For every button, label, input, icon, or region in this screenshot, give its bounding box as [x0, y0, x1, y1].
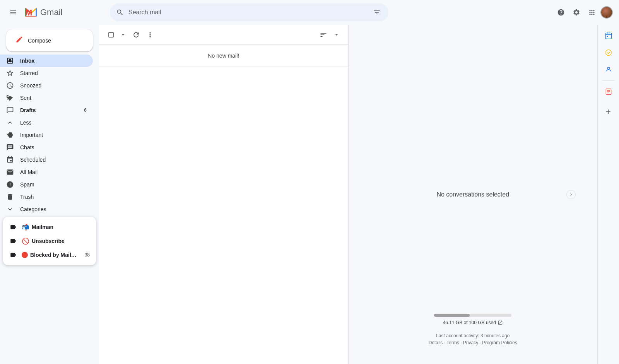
trash-label: Trash: [20, 194, 87, 200]
sort-dropdown-button[interactable]: [331, 29, 342, 40]
send-icon: [6, 94, 14, 102]
spam-label: Spam: [20, 181, 87, 188]
app-sidebar-separator: [602, 80, 615, 81]
storage-section: 46.11 GB of 100 GB used: [434, 314, 511, 325]
inbox-label: Inbox: [20, 58, 87, 64]
search-bar: [110, 3, 388, 21]
chat-icon: [6, 144, 14, 151]
sidebar: Compose Inbox Starred: [0, 25, 99, 364]
chevron-up-icon: [6, 119, 14, 126]
chats-label: Chats: [20, 144, 87, 150]
apps-button[interactable]: [585, 5, 599, 19]
more-options-button[interactable]: [144, 29, 156, 41]
sent-label: Sent: [20, 95, 87, 101]
select-checkbox-button[interactable]: [105, 29, 117, 41]
sidebar-item-spam[interactable]: Spam: [0, 178, 93, 191]
label-tag-icon-mailman: [9, 223, 17, 231]
privacy-link[interactable]: Privacy: [463, 340, 478, 345]
drafts-label: Drafts: [20, 107, 78, 113]
tasks-app-button[interactable]: [601, 45, 616, 60]
drafts-count: 6: [84, 108, 87, 113]
last-activity: Last account activity: 3 minutes ago: [429, 333, 517, 338]
add-addons-button[interactable]: +: [601, 104, 616, 120]
label-item-mailman[interactable]: 📬 Mailman: [3, 220, 96, 234]
allmail-label: All Mail: [20, 169, 87, 175]
less-label: Less: [20, 120, 87, 126]
account-avatar[interactable]: [600, 6, 613, 19]
footer-links: Details · Terms · Privacy · Program Poli…: [429, 340, 517, 345]
important-label: Important: [20, 132, 87, 138]
sort-button[interactable]: [317, 29, 330, 41]
program-policies-link[interactable]: Program Policies: [482, 340, 517, 345]
scheduled-icon: [6, 156, 14, 164]
sidebar-item-chats[interactable]: Chats: [0, 141, 93, 154]
label-tag-icon-blocked: [9, 251, 17, 259]
blocked-count: 38: [85, 252, 90, 258]
details-link[interactable]: Details: [429, 340, 443, 345]
menu-button[interactable]: [6, 5, 20, 19]
mailman-emoji: 📬: [22, 224, 29, 231]
footer-section: Last account activity: 3 minutes ago Det…: [429, 333, 517, 345]
label-item-unsubscribe[interactable]: 🚫 Unsubscribe: [3, 234, 96, 248]
sidebar-item-drafts[interactable]: Drafts 6: [0, 104, 93, 116]
scheduled-label: Scheduled: [20, 157, 87, 163]
important-icon: [6, 131, 14, 139]
gmail-label: Gmail: [40, 7, 62, 17]
terms-link[interactable]: Terms: [446, 340, 459, 345]
svg-rect-2: [605, 33, 611, 39]
search-filter-button[interactable]: [371, 7, 382, 18]
draft-icon: [6, 106, 14, 114]
calendar-app-button[interactable]: [601, 28, 616, 43]
topbar-left: M Gmail: [6, 5, 107, 20]
sidebar-item-allmail[interactable]: All Mail: [0, 166, 93, 178]
sidebar-item-snoozed[interactable]: Snoozed: [0, 79, 93, 92]
contacts-app-button[interactable]: [601, 62, 616, 77]
search-input[interactable]: [128, 9, 367, 16]
sidebar-item-important[interactable]: Important: [0, 129, 93, 141]
svg-point-4: [605, 50, 611, 56]
keep-app-button[interactable]: [601, 84, 616, 99]
sidebar-item-sent[interactable]: Sent: [0, 92, 93, 104]
inbox-icon: [6, 57, 14, 65]
unsubscribe-label-name: Unsubscribe: [32, 238, 90, 244]
sidebar-item-trash[interactable]: Trash: [0, 191, 93, 203]
sidebar-item-less[interactable]: Less: [0, 116, 93, 129]
detail-panel: No conversations selected 46.11 GB of 10…: [349, 25, 598, 364]
storage-used-text: 46.11 GB of 100 GB used: [443, 320, 496, 325]
select-dropdown-button[interactable]: [118, 29, 128, 40]
email-list: No new mail!: [99, 45, 348, 364]
no-mail-message: No new mail!: [99, 45, 348, 67]
no-conversations-message: No conversations selected: [436, 191, 509, 198]
categories-expand-icon: [6, 205, 14, 213]
blocked-label-name: Blocked by Mail…: [30, 252, 80, 258]
toolbar: [99, 25, 348, 45]
star-icon: [6, 69, 14, 77]
blocked-dot: [22, 252, 28, 258]
sidebar-item-inbox[interactable]: Inbox: [0, 55, 93, 67]
spam-icon: [6, 181, 14, 188]
email-panel: No new mail!: [99, 25, 349, 364]
compose-label: Compose: [28, 38, 51, 44]
label-item-blocked[interactable]: Blocked by Mail… 38: [3, 248, 96, 262]
topbar: M Gmail: [0, 0, 619, 25]
refresh-button[interactable]: [130, 29, 142, 41]
svg-marker-1: [8, 132, 13, 137]
external-link-icon[interactable]: [498, 320, 503, 325]
sidebar-item-starred[interactable]: Starred: [0, 67, 93, 79]
unsubscribe-emoji: 🚫: [22, 238, 29, 245]
categories-label: Categories: [20, 206, 87, 212]
footer-separator-3: ·: [479, 340, 482, 345]
settings-button[interactable]: [569, 5, 583, 19]
compose-button[interactable]: Compose: [6, 29, 93, 51]
starred-label: Starred: [20, 70, 87, 76]
gmail-logo[interactable]: M Gmail: [23, 5, 62, 20]
sidebar-item-scheduled[interactable]: Scheduled: [0, 154, 93, 166]
svg-rect-3: [607, 36, 608, 37]
toolbar-right: [317, 29, 342, 41]
label-tag-icon-unsubscribe: [9, 237, 17, 245]
expand-panel-button[interactable]: [566, 190, 576, 199]
allmail-icon: [6, 168, 14, 176]
help-button[interactable]: [554, 5, 568, 19]
mailman-label-name: Mailman: [32, 224, 90, 230]
sidebar-item-categories[interactable]: Categories: [0, 203, 93, 215]
